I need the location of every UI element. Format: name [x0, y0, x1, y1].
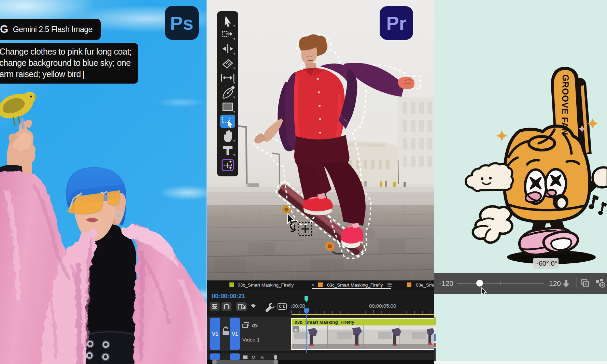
svg-text::00:00: :00:00	[291, 303, 305, 309]
svg-text:-60°,0°: -60°,0°	[536, 260, 557, 267]
svg-text:00:00:05:00: 00:00:05:00	[369, 303, 396, 309]
svg-text:03b_Smart Masking_Firefly: 03b_Smart Masking_Firefly	[295, 320, 354, 325]
svg-text:V1: V1	[232, 331, 238, 337]
svg-text:03b_Smart Masking_Firefly: 03b_Smart Masking_Firefly	[238, 282, 294, 288]
svg-text:03e_Sma: 03e_Sma	[416, 282, 435, 288]
svg-text:GROOVE FAN: GROOVE FAN	[560, 74, 571, 135]
svg-text:03c_Smart Masking_Firefly: 03c_Smart Masking_Firefly	[327, 282, 383, 288]
svg-text:00:00:00:21: 00:00:00:21	[212, 292, 245, 300]
svg-text:-120: -120	[439, 279, 453, 287]
svg-text:×: ×	[311, 282, 314, 288]
svg-text:S: S	[260, 355, 264, 360]
svg-text:120: 120	[549, 279, 561, 287]
svg-text:V1: V1	[212, 331, 218, 337]
svg-text:M: M	[252, 355, 256, 360]
svg-text:Video 1: Video 1	[242, 337, 260, 343]
